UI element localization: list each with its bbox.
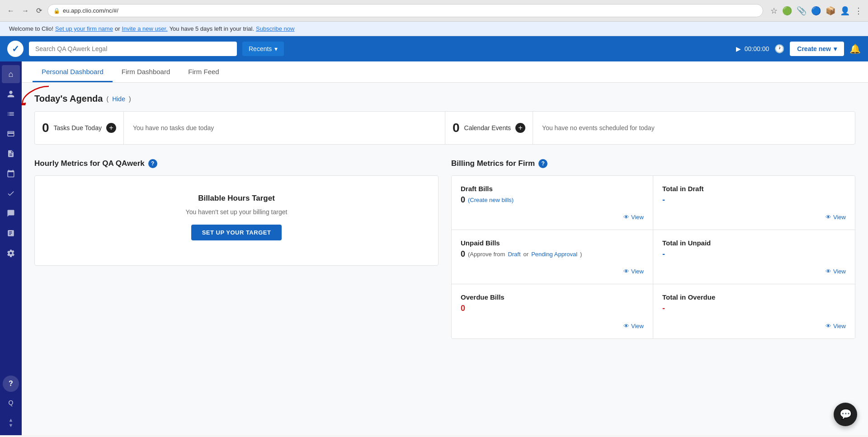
tasks-count-box: 0 Tasks Due Today + <box>35 112 124 144</box>
timer-display: ▶ 00:00:00 <box>736 45 769 52</box>
total-unpaid-value: - <box>662 249 846 259</box>
calendar-section: 0 Calendar Events + You have no events s… <box>445 112 855 144</box>
pending-approval-link[interactable]: Pending Approval <box>531 251 577 258</box>
profile-icon[interactable]: 👤 <box>840 6 850 16</box>
eye-icon-6: 👁 <box>826 323 831 329</box>
total-draft-value: - <box>662 195 846 205</box>
draft-bills-view-link[interactable]: 👁 View <box>623 214 644 221</box>
reload-button[interactable]: ⟳ <box>34 5 44 17</box>
sidebar-item-help[interactable]: ? <box>3 376 19 392</box>
total-draft-view-link[interactable]: 👁 View <box>826 214 846 221</box>
app-logo[interactable]: ✓ <box>7 41 24 57</box>
create-new-button[interactable]: Create new ▾ <box>790 42 844 56</box>
menu-icon[interactable]: ⋮ <box>854 6 863 16</box>
sidebar-item-reports[interactable] <box>2 224 20 242</box>
clock-button[interactable]: 🕐 <box>774 44 784 54</box>
url-bar[interactable]: 🔒 eu.app.clio.com/nc/#/ <box>47 4 763 17</box>
total-overdue-view-link[interactable]: 👁 View <box>826 323 846 329</box>
sidebar-item-billing[interactable] <box>2 125 20 143</box>
billing-info-icon[interactable]: ? <box>538 159 547 168</box>
total-draft-card: Total in Draft - 👁 View <box>653 176 855 230</box>
ext4-icon[interactable]: 📦 <box>826 6 835 16</box>
invite-user-link[interactable]: Invite a new user. <box>122 25 167 32</box>
sidebar-item-calendar[interactable] <box>2 164 20 183</box>
hourly-metrics-label: Hourly Metrics for QA QAwerk <box>34 159 145 168</box>
setup-target-button[interactable]: SET UP YOUR TARGET <box>191 225 282 240</box>
search-input[interactable] <box>29 42 237 56</box>
total-overdue-title: Total in Overdue <box>662 293 846 301</box>
page-content: Today's Agenda ( Hide ) 0 Tasks Due Toda… <box>22 83 868 350</box>
unpaid-bills-view-link[interactable]: 👁 View <box>623 268 644 275</box>
recents-button[interactable]: Recents ▾ <box>242 42 284 56</box>
create-new-bills-link[interactable]: (Create new bills) <box>468 197 514 203</box>
unpaid-bills-title: Unpaid Bills <box>461 239 644 247</box>
eye-icon-4: 👁 <box>826 268 831 275</box>
welcome-text: Welcome to Clio! <box>9 25 53 32</box>
total-unpaid-card: Total in Unpaid - 👁 View <box>653 230 855 284</box>
draft-bills-card: Draft Bills 0 (Create new bills) 👁 View <box>452 176 653 230</box>
chat-bubble-icon: 💬 <box>840 409 852 420</box>
eye-icon: 👁 <box>623 214 629 221</box>
total-unpaid-view-link[interactable]: 👁 View <box>826 268 846 275</box>
setup-firm-link[interactable]: Set up your firm name <box>55 25 113 32</box>
sidebar-scroll-up[interactable]: ▲▼ <box>2 414 20 432</box>
notifications-button[interactable]: 🔔 <box>849 43 861 54</box>
sidebar-item-contacts[interactable] <box>2 85 20 103</box>
tasks-empty-message: You have no tasks due today <box>124 112 445 144</box>
tasks-label: Tasks Due Today <box>54 124 102 132</box>
sidebar-item-documents[interactable] <box>2 145 20 163</box>
url-text: eu.app.clio.com/nc/#/ <box>63 7 118 14</box>
eye-icon-5: 👁 <box>623 323 629 329</box>
calendar-count-box: 0 Calendar Events + <box>445 112 533 144</box>
play-button[interactable]: ▶ <box>736 45 741 52</box>
ext1-icon[interactable]: 🟢 <box>782 6 792 16</box>
notification-bar: Welcome to Clio! Set up your firm name o… <box>0 22 868 36</box>
subscribe-link[interactable]: Subscribe now <box>256 25 294 32</box>
tabs-bar: Personal Dashboard Firm Dashboard Firm F… <box>22 61 868 83</box>
chat-bubble-button[interactable]: 💬 <box>834 403 857 426</box>
ext3-icon[interactable]: 🔵 <box>811 6 821 16</box>
add-event-button[interactable]: + <box>515 123 525 133</box>
overdue-bills-count: 0 <box>461 304 644 313</box>
or-text: or <box>115 25 120 32</box>
unpaid-bills-card: Unpaid Bills 0 (Approve from Draft or Pe… <box>452 230 653 284</box>
eye-icon-3: 👁 <box>623 268 629 275</box>
billing-metrics-label: Billing Metrics for Firm <box>451 159 535 168</box>
overdue-bills-card: Overdue Bills 0 👁 View <box>452 284 653 338</box>
total-draft-title: Total in Draft <box>662 185 846 193</box>
eye-icon-2: 👁 <box>826 214 831 221</box>
sidebar-item-settings[interactable] <box>2 244 20 262</box>
hide-link[interactable]: Hide <box>112 95 125 103</box>
agenda-grid: 0 Tasks Due Today + You have no tasks du… <box>34 111 855 145</box>
create-new-chevron-icon: ▾ <box>834 45 837 52</box>
hourly-info-icon[interactable]: ? <box>148 159 157 168</box>
draft-approve-link[interactable]: Draft <box>508 251 520 258</box>
back-button[interactable]: ← <box>5 5 16 17</box>
agenda-title: Today's Agenda <box>34 94 103 104</box>
timer-value: 00:00:00 <box>745 45 769 52</box>
total-overdue-value: - <box>662 304 846 313</box>
add-task-button[interactable]: + <box>106 123 116 133</box>
lock-icon: 🔒 <box>53 8 60 14</box>
star-icon[interactable]: ☆ <box>770 6 778 16</box>
sidebar-item-communications[interactable] <box>2 204 20 222</box>
sidebar-item-tasks[interactable] <box>2 184 20 202</box>
calendar-count: 0 <box>453 121 460 135</box>
overdue-bills-view-link[interactable]: 👁 View <box>623 323 644 329</box>
tab-firm-dashboard[interactable]: Firm Dashboard <box>113 61 179 82</box>
sidebar-item-user[interactable]: Q <box>2 394 20 412</box>
sidebar: ⌂ ? Q ▲▼ <box>0 61 22 435</box>
agenda-heading: Today's Agenda ( Hide ) <box>34 94 855 104</box>
billing-grid: Draft Bills 0 (Create new bills) 👁 View <box>451 175 855 339</box>
forward-button[interactable]: → <box>20 5 31 17</box>
tab-personal-dashboard[interactable]: Personal Dashboard <box>33 61 113 82</box>
tab-firm-feed[interactable]: Firm Feed <box>179 61 228 82</box>
unpaid-bills-count: 0 (Approve from Draft or Pending Approva… <box>461 249 644 259</box>
ext2-icon[interactable]: 📎 <box>797 6 807 16</box>
total-unpaid-title: Total in Unpaid <box>662 239 846 247</box>
sidebar-item-home[interactable]: ⌂ <box>2 65 20 83</box>
calendar-empty-message: You have no events scheduled for today <box>533 112 855 144</box>
sidebar-item-list[interactable] <box>2 105 20 123</box>
tasks-count: 0 <box>42 121 49 135</box>
app-header: ✓ Recents ▾ ▶ 00:00:00 🕐 Create new ▾ 🔔 <box>0 36 868 61</box>
